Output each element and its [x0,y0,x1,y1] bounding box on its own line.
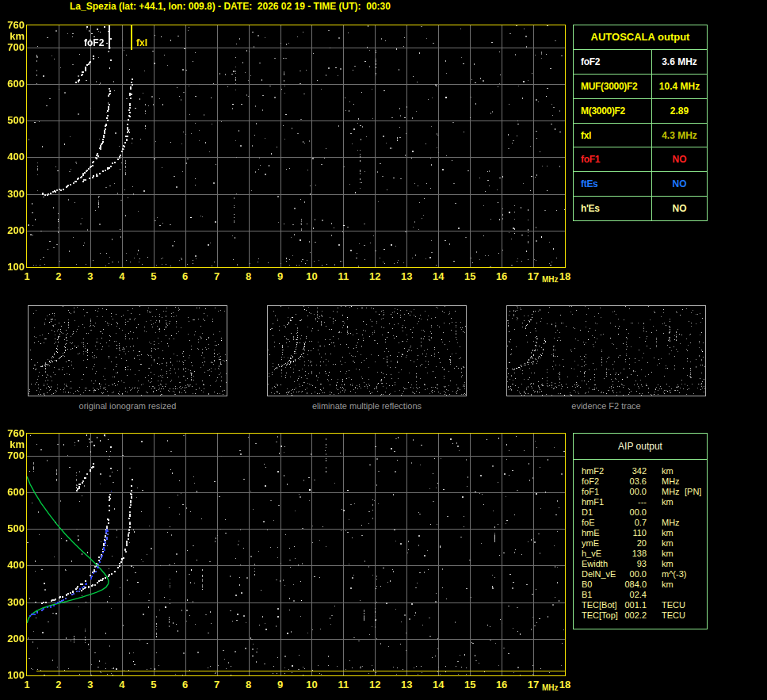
aip-row-h_vE: h_vE138km [574,549,707,559]
aip-table-header: AIP output [574,441,707,452]
panel-eliminate-reflections [267,305,467,396]
aip-label: ymE [582,538,599,548]
aip-value: 342 [602,466,647,476]
aip-value: 0.7 [602,518,647,527]
axis-tick-label-y: 200 [4,633,25,644]
caption-eliminate-reflections: eliminate multiple reflections [267,401,467,411]
axis-tick-label-x: 4 [113,271,131,281]
axis-tick-label-x: 17 [525,271,542,281]
axis-tick-label-x: 6 [177,271,194,281]
aip-value: 00.0 [602,487,647,496]
aip-value: 00.0 [602,569,647,579]
aip-row-DelN_vE: DelN_vE00.0m^(-3) [574,569,707,580]
autoscala-row-ftEs: ftEsNO [574,171,707,196]
axis-tick-label-y: 700 [4,42,25,52]
aip-row-hmF2: hmF2342km [574,466,707,476]
aip-row-foE: foE0.7MHz [574,518,707,528]
aip-row-hmF1: hmF1---km [574,497,707,507]
aip-value: 03.6 [602,476,647,486]
aip-row-hmE: hmE110km [574,528,707,538]
autoscala-param-value: 3.6 MHz [651,50,707,74]
axis-tick-label-y: 500 [4,115,25,125]
aip-label: B1 [582,590,592,599]
axis-tick-label-x: 16 [493,271,510,281]
autoscala-param-value: 2.89 [651,99,707,123]
aip-unit: km [662,466,674,476]
aip-value: 02.4 [602,590,647,599]
autoscala-param-value: NO [651,147,707,171]
aip-row-D1: D100.0 [574,507,707,518]
aip-row-TEC[Top]: TEC[Top]002.2TECU [574,610,707,621]
aip-unit: km [662,528,674,537]
axis-tick-label-x: 3 [82,679,99,690]
autoscala-param-value: NO [651,172,707,196]
axis-tick-label-x: 11 [334,271,352,281]
aip-label: hmE [582,528,600,537]
autoscala-param-label: foF2 [574,50,651,74]
aip-value: 93 [602,559,647,568]
panel-original-ionogram [28,305,227,396]
aip-row-TEC[Bot]: TEC[Bot]001.1TECU [574,600,707,610]
autoscala-row-foF1: foF1NO [574,147,707,171]
aip-unit: km [662,497,674,507]
axis-tick-label-x: 2 [50,271,67,281]
aip-row-ymE: ymE20km [574,538,707,549]
axis-tick-label-x: 17 [525,679,542,690]
axis-tick-label-x: 13 [398,679,415,690]
aip-value: 084.0 [602,580,647,589]
aip-value: 00.0 [602,507,647,517]
aip-label: hmF2 [582,466,604,476]
autoscala-row-fxI: fxI4.3 MHz [574,123,707,147]
axis-tick-label-x: 11 [334,679,352,690]
aip-extra: [PN] [685,487,701,496]
panel-evidence-f2 [506,305,706,396]
axis-tick-label-x: 1 [18,271,36,281]
axis-tick-label-x: 9 [272,679,289,690]
bottom-ionogram-plot [26,433,566,676]
autoscala-param-label: MUF(3000)F2 [574,75,651,98]
autoscala-param-label: ftEs [574,172,651,196]
aip-unit: km [662,549,674,558]
aip-unit: m^(-3) [662,569,686,579]
aip-unit: km [662,580,674,589]
axis-tick-label-x: 16 [493,679,510,690]
axis-tick-label-x: 1 [18,679,36,690]
aip-unit: km [662,559,674,568]
axis-tick-label-x: 12 [366,679,384,690]
axis-tick-label-x: 2 [50,679,67,690]
autoscala-param-label: h'Es [574,197,651,220]
autoscala-row-M(3000)F2: M(3000)F22.89 [574,98,707,123]
aip-output-table: AIP output hmF2342kmfoF203.6MHzfoF100.0M… [573,433,708,629]
axis-tick-label-x: 14 [429,271,447,281]
aip-value: 001.1 [602,600,647,610]
axis-unit-km-label: km [4,440,25,449]
axis-tick-label-y: 600 [4,78,25,89]
aip-row-foF1: foF100.0MHz[PN] [574,487,707,497]
aip-label: hmF1 [582,497,604,507]
foF2-marker-label: foF2 [84,38,104,48]
panel-original-canvas [29,306,227,396]
aip-label: B0 [582,580,592,589]
fxI-marker-label: fxI [136,38,147,48]
autoscala-row-MUF(3000)F2: MUF(3000)F210.4 MHz [574,74,707,98]
aip-label: foF1 [582,487,599,496]
axis-unit-km-label: km [4,32,25,41]
aip-value: 20 [602,538,647,548]
autoscala-row-h'Es: h'EsNO [574,196,707,220]
axis-tick-label-y: 400 [4,560,25,570]
bottom-ionogram-canvas [27,434,565,675]
axis-tick-label-y: 700 [4,450,25,461]
autoscala-param-label: fxI [574,124,651,147]
aip-value: 002.2 [602,610,647,620]
station-title: La_Spezia (lat: +44.1, lon: 009.8) - DAT… [70,1,391,12]
autoscala-table-header: AUTOSCALA output [574,25,707,49]
axis-tick-label-x: 5 [145,679,162,690]
aip-unit: MHz [662,518,680,527]
axis-tick-label-x: 18 [556,679,574,690]
autoscala-param-value: 10.4 MHz [651,75,707,98]
axis-tick-label-y: 600 [4,487,25,497]
aip-label: D1 [582,507,593,517]
axis-tick-label-y: 500 [4,523,25,534]
autoscala-param-label: foF1 [574,147,651,171]
aip-unit: MHz [662,487,680,496]
